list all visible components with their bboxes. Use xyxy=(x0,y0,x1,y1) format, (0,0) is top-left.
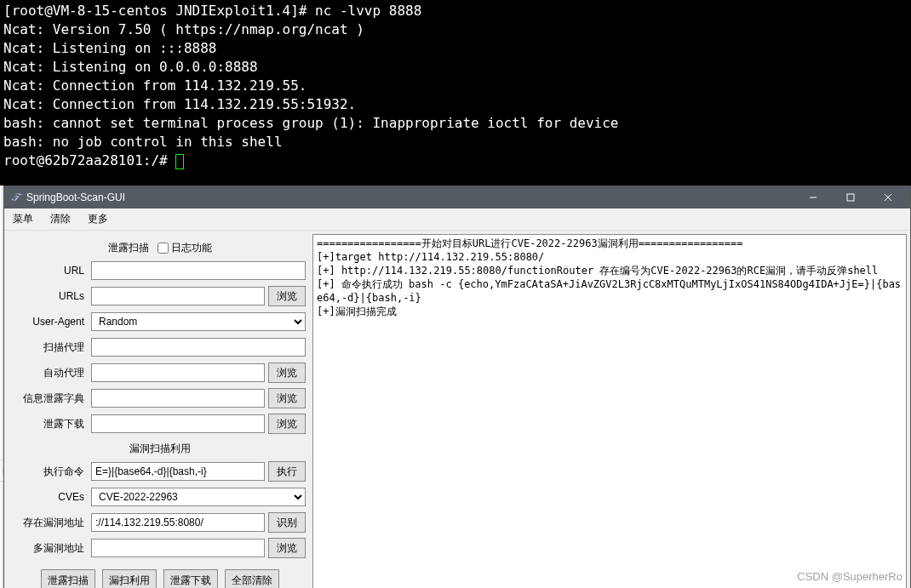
menubar: 菜单 清除 更多 xyxy=(4,208,910,231)
maximize-icon xyxy=(846,193,855,202)
url-input[interactable] xyxy=(91,261,306,280)
section-leak-scan: 泄露扫描 xyxy=(108,241,149,255)
log-checkbox-label: 日志功能 xyxy=(171,241,212,255)
user-agent-select[interactable]: Random xyxy=(91,312,306,331)
application-window: 𝒯 SpringBoot-Scan-GUI 菜单 清除 更多 泄露扫描 日志功能 xyxy=(3,186,911,588)
output-log[interactable]: =================开始对目标URL进行CVE-2022-2296… xyxy=(312,234,907,588)
label-url: URL xyxy=(14,265,91,277)
info-dict-input[interactable] xyxy=(91,389,265,408)
label-info-dict: 信息泄露字典 xyxy=(14,391,91,406)
titlebar[interactable]: 𝒯 SpringBoot-Scan-GUI xyxy=(4,186,910,208)
auto-proxy-input[interactable] xyxy=(91,363,265,382)
close-button[interactable] xyxy=(869,186,907,208)
proxy-input[interactable] xyxy=(91,338,306,357)
terminal-cursor xyxy=(175,154,184,169)
terminal-line: root@62b72aa28101:/# xyxy=(3,152,175,168)
label-cves: CVEs xyxy=(14,491,91,503)
terminal-output: [root@VM-8-15-centos JNDIExploit1.4]# nc… xyxy=(0,0,911,186)
label-leak-download: 泄露下载 xyxy=(14,417,91,431)
watermark: CSDN @SuperherRo xyxy=(797,570,902,583)
leak-download-browse-button[interactable]: 浏览 xyxy=(268,414,306,434)
terminal-line: [root@VM-8-15-centos JNDIExploit1.4]# nc… xyxy=(3,3,421,19)
leak-download-input[interactable] xyxy=(91,414,265,433)
auto-proxy-browse-button[interactable]: 浏览 xyxy=(268,363,306,383)
multi-addr-browse-button[interactable]: 浏览 xyxy=(268,538,306,558)
vuln-exploit-button[interactable]: 漏扫利用 xyxy=(102,569,157,588)
maximize-button[interactable] xyxy=(832,186,869,208)
exec-cmd-input[interactable] xyxy=(91,462,265,481)
label-multi-addr: 多漏洞地址 xyxy=(14,541,91,556)
label-vuln-addr: 存在漏洞地址 xyxy=(14,516,91,530)
execute-button[interactable]: 执行 xyxy=(268,461,306,482)
window-title: SpringBoot-Scan-GUI xyxy=(26,191,794,203)
identify-button[interactable]: 识别 xyxy=(268,512,306,533)
terminal-line: Ncat: Version 7.50 ( https://nmap.org/nc… xyxy=(3,21,364,37)
terminal-line: bash: no job control in this shell xyxy=(3,134,283,150)
label-user-agent: User-Agent xyxy=(14,316,91,328)
urls-input[interactable] xyxy=(91,287,265,305)
multi-addr-input[interactable] xyxy=(91,539,265,557)
window-body: 泄露扫描 日志功能 URL URLs 浏览 User-Agent Ran xyxy=(4,231,910,588)
terminal-line: Ncat: Connection from 114.132.219.55. xyxy=(3,77,307,94)
label-proxy: 扫描代理 xyxy=(14,340,91,355)
terminal-line: Ncat: Listening on :::8888 xyxy=(3,40,216,56)
app-icon: 𝒯 xyxy=(8,191,21,204)
minimize-icon xyxy=(809,193,817,202)
leak-download-button[interactable]: 泄露下载 xyxy=(163,569,218,588)
clear-all-button[interactable]: 全部清除 xyxy=(225,569,279,588)
urls-browse-button[interactable]: 浏览 xyxy=(268,286,306,306)
terminal-line: bash: cannot set terminal process group … xyxy=(3,115,618,131)
label-auto-proxy: 自动代理 xyxy=(14,366,91,380)
leak-scan-button[interactable]: 泄露扫描 xyxy=(41,569,95,588)
cves-select[interactable]: CVE-2022-22963 xyxy=(91,488,306,506)
label-urls: URLs xyxy=(14,290,91,302)
close-icon xyxy=(884,193,892,202)
menu-item-more[interactable]: 更多 xyxy=(84,211,112,227)
terminal-line: Ncat: Listening on 0.0.0.0:8888 xyxy=(3,59,258,75)
vuln-addr-input[interactable] xyxy=(91,513,265,532)
log-checkbox[interactable] xyxy=(158,243,169,254)
terminal-line: Ncat: Connection from 114.132.219.55:519… xyxy=(3,96,356,112)
form-panel: 泄露扫描 日志功能 URL URLs 浏览 User-Agent Ran xyxy=(4,231,312,588)
log-checkbox-wrap[interactable]: 日志功能 xyxy=(158,241,212,255)
svg-rect-1 xyxy=(847,194,854,201)
menu-item-clear[interactable]: 清除 xyxy=(47,211,74,227)
info-dict-browse-button[interactable]: 浏览 xyxy=(268,388,306,408)
menu-item-main[interactable]: 菜单 xyxy=(9,211,37,227)
minimize-button[interactable] xyxy=(794,186,832,208)
section-vuln-scan: 漏洞扫描利用 xyxy=(129,442,191,456)
label-exec-cmd: 执行命令 xyxy=(14,465,91,479)
